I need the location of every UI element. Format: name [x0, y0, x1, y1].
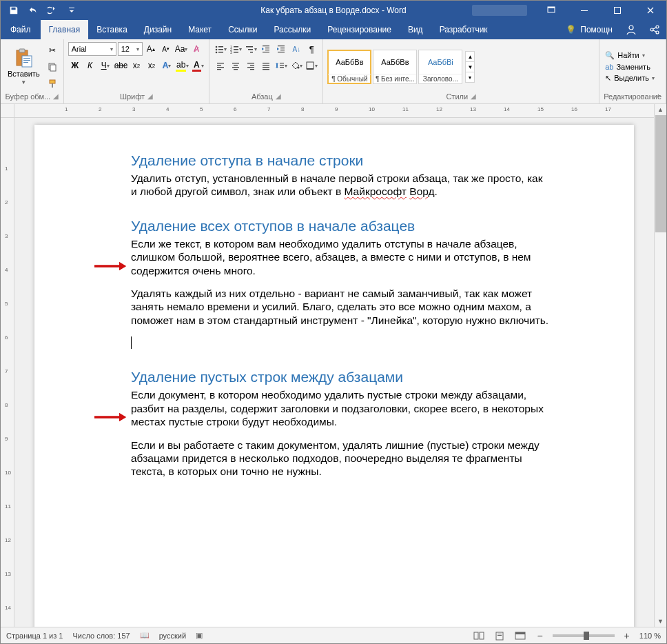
spellcheck-icon[interactable]: 📖	[140, 631, 150, 640]
decrease-indent-button[interactable]	[259, 42, 273, 56]
zoom-knob[interactable]	[584, 632, 589, 640]
doc-paragraph[interactable]: Если документ, в котором необходимо удал…	[131, 388, 551, 428]
style-no-spacing[interactable]: АаБбВв ¶ Без инте...	[373, 50, 417, 84]
tab-references[interactable]: Ссылки	[220, 20, 265, 39]
minimize-button[interactable]	[568, 1, 600, 20]
copy-button[interactable]	[45, 60, 59, 74]
maximize-button[interactable]	[602, 1, 633, 20]
tab-mailings[interactable]: Рассылки	[265, 20, 319, 39]
multilevel-list-button[interactable]: ▾	[244, 42, 258, 56]
tab-developer[interactable]: Разработчик	[431, 20, 496, 39]
doc-paragraph[interactable]: Удалять каждый из них отдельно - вариант…	[131, 287, 551, 327]
style-heading1[interactable]: АаБбВі Заголово...	[418, 50, 462, 84]
styles-scroll-up[interactable]: ▲	[465, 51, 475, 62]
paste-button[interactable]: Вставить ▼	[5, 46, 43, 87]
shading-button[interactable]: ▾	[289, 59, 303, 72]
justify-button[interactable]	[259, 59, 273, 72]
font-name-value: Arial	[72, 45, 87, 53]
cut-button[interactable]: ✂	[45, 43, 59, 57]
save-button[interactable]	[5, 2, 23, 19]
strikethrough-button[interactable]: abc	[114, 59, 128, 72]
superscript-button[interactable]: x2	[145, 59, 158, 72]
share-button[interactable]	[643, 20, 666, 39]
align-left-button[interactable]	[214, 59, 227, 72]
doc-heading[interactable]: Удаление всех отступов в начале абзацев	[131, 218, 551, 234]
align-center-button[interactable]	[229, 59, 243, 72]
bullets-button[interactable]: ▾	[214, 42, 227, 56]
tab-view[interactable]: Вид	[400, 20, 431, 39]
account-badge[interactable]	[472, 5, 527, 16]
collapse-ribbon-button[interactable]: ˄	[653, 92, 664, 102]
subscript-button[interactable]: x2	[130, 59, 143, 72]
style-normal[interactable]: АаБбВв ¶ Обычный	[327, 50, 371, 84]
shrink-font-button[interactable]: A▾	[159, 42, 173, 56]
scroll-down-button[interactable]: ▼	[655, 616, 666, 627]
numbering-button[interactable]: 123▾	[229, 42, 243, 56]
sort-button[interactable]: A↓	[289, 42, 303, 56]
zoom-slider[interactable]	[553, 634, 615, 637]
doc-paragraph[interactable]: Если же текст, в котором вам необходимо …	[131, 237, 551, 277]
italic-button[interactable]: К	[83, 59, 97, 72]
tab-file[interactable]: Файл	[1, 20, 41, 39]
scroll-track[interactable]	[655, 115, 666, 616]
font-dialog-launcher[interactable]: ◢	[147, 92, 153, 101]
tab-home[interactable]: Главная	[41, 20, 89, 39]
show-marks-button[interactable]: ¶	[305, 42, 318, 56]
scroll-up-button[interactable]: ▲	[655, 104, 666, 115]
change-case-button[interactable]: Aa▾	[174, 42, 189, 56]
horizontal-ruler[interactable]: 1234567891011121314151617	[14, 104, 654, 118]
increase-indent-button[interactable]	[274, 42, 288, 56]
highlight-button[interactable]: ab▾	[175, 59, 189, 72]
text-effects-button[interactable]: A▾	[160, 59, 174, 72]
paragraph-dialog-launcher[interactable]: ◢	[276, 92, 281, 101]
zoom-level[interactable]: 110 %	[639, 632, 661, 640]
vertical-ruler[interactable]: 123456789101112131415	[1, 118, 14, 627]
font-size-combo[interactable]: 12▾	[118, 42, 143, 56]
doc-cursor-line[interactable]	[131, 336, 551, 350]
find-button[interactable]: 🔍Найти▾	[604, 50, 656, 61]
print-layout-button[interactable]	[493, 630, 506, 642]
tab-review[interactable]: Рецензирование	[319, 20, 400, 39]
tab-layout[interactable]: Макет	[180, 20, 220, 39]
tell-me[interactable]: 💡 Помощн	[566, 20, 619, 39]
select-button[interactable]: ↖Выделить▾	[604, 73, 656, 83]
status-page[interactable]: Страница 1 из 1	[6, 632, 63, 640]
font-color-button[interactable]: A▾	[191, 59, 205, 72]
macro-record-icon[interactable]: ▣	[196, 631, 203, 640]
redo-button[interactable]	[43, 2, 61, 19]
tab-design[interactable]: Дизайн	[136, 20, 180, 39]
scroll-thumb[interactable]	[655, 115, 666, 232]
clipboard-dialog-launcher[interactable]: ◢	[53, 92, 59, 101]
clear-formatting-button[interactable]: A̷	[189, 42, 203, 56]
font-name-combo[interactable]: Arial▾	[68, 42, 116, 56]
doc-heading[interactable]: Удаление пустых строк между абзацами	[131, 369, 551, 385]
doc-paragraph[interactable]: Если и вы работаете с таким документом, …	[131, 439, 551, 479]
account-icon[interactable]	[619, 20, 643, 39]
tab-insert[interactable]: Вставка	[88, 20, 136, 39]
doc-heading[interactable]: Удаление отступа в начале строки	[131, 152, 551, 169]
undo-button[interactable]	[24, 2, 42, 19]
styles-expand[interactable]: ▾	[465, 72, 475, 83]
styles-dialog-launcher[interactable]: ◢	[471, 92, 476, 101]
grow-font-button[interactable]: A▴	[144, 42, 158, 56]
styles-scroll-down[interactable]: ▼	[465, 61, 475, 72]
doc-paragraph[interactable]: Удалить отступ, установленный в начале п…	[131, 172, 551, 199]
zoom-out-button[interactable]: −	[534, 630, 545, 641]
qat-customize-button[interactable]	[63, 2, 81, 19]
status-language[interactable]: русский	[159, 632, 186, 640]
bold-button[interactable]: Ж	[68, 59, 82, 72]
ribbon-display-button[interactable]	[535, 1, 567, 20]
borders-button[interactable]: ▾	[305, 59, 318, 72]
align-right-button[interactable]	[244, 59, 258, 72]
page[interactable]: Удаление отступа в начале строкиУдалить …	[34, 125, 634, 627]
read-mode-button[interactable]	[472, 630, 486, 642]
status-words[interactable]: Число слов: 157	[72, 632, 130, 640]
vertical-scrollbar[interactable]: ▲ ▼	[654, 104, 666, 627]
close-button[interactable]	[635, 1, 666, 20]
underline-button[interactable]: Ч▾	[99, 59, 112, 72]
web-layout-button[interactable]	[513, 630, 527, 642]
line-spacing-button[interactable]: ▾	[274, 59, 288, 72]
replace-button[interactable]: abЗаменить	[604, 62, 656, 72]
format-painter-button[interactable]	[45, 77, 59, 90]
zoom-in-button[interactable]: +	[622, 630, 633, 641]
